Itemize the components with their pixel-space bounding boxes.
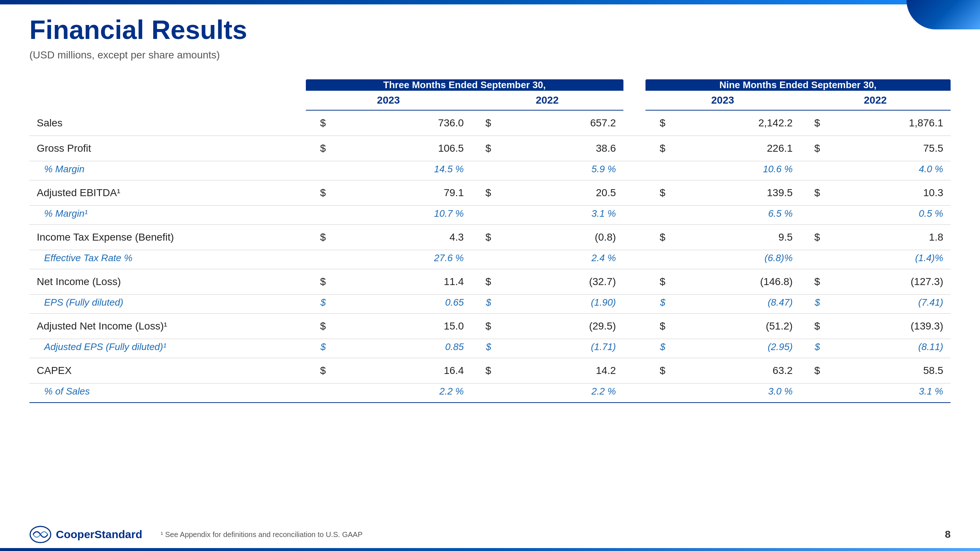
logo-area: CooperStandard bbox=[29, 525, 142, 544]
val1: 4.3 bbox=[328, 225, 471, 250]
dollar4: $ bbox=[800, 110, 822, 136]
sub-row: EPS (Fully diluted) $ 0.65 $ (1.90) $ (8… bbox=[29, 295, 951, 314]
sub-section-gap bbox=[624, 295, 646, 314]
sub-dollar2 bbox=[471, 384, 493, 403]
sub-dollar3 bbox=[646, 206, 667, 225]
sub-val2: (1.71) bbox=[493, 339, 623, 358]
dollar3: $ bbox=[646, 269, 667, 295]
val4: (127.3) bbox=[822, 269, 951, 295]
val4: 58.5 bbox=[822, 358, 951, 384]
val2: 657.2 bbox=[493, 110, 623, 136]
header-spacer bbox=[29, 79, 306, 91]
sub-val3: 3.0 % bbox=[667, 384, 800, 403]
val1: 15.0 bbox=[328, 314, 471, 339]
dollar4: $ bbox=[800, 269, 822, 295]
year-spacer bbox=[29, 91, 306, 110]
sub-dollar3: $ bbox=[646, 295, 667, 314]
sub-dollar2 bbox=[471, 250, 493, 269]
sub-dollar3 bbox=[646, 161, 667, 180]
section-gap bbox=[624, 136, 646, 161]
val3: (146.8) bbox=[667, 269, 800, 295]
dollar3: $ bbox=[646, 136, 667, 161]
val4: 1.8 bbox=[822, 225, 951, 250]
header-gap bbox=[624, 79, 646, 91]
sub-val4: 3.1 % bbox=[822, 384, 951, 403]
sub-row: Adjusted EPS (Fully diluted)¹ $ 0.85 $ (… bbox=[29, 339, 951, 358]
dollar1: $ bbox=[306, 110, 328, 136]
section-gap bbox=[624, 314, 646, 339]
dollar2: $ bbox=[471, 180, 493, 206]
sub-dollar4 bbox=[800, 250, 822, 269]
nine-months-year2: 2022 bbox=[800, 91, 951, 110]
footer-left: CooperStandard ¹ See Appendix for defini… bbox=[29, 525, 363, 544]
sub-section-gap bbox=[624, 206, 646, 225]
table-row: Net Income (Loss) $ 11.4 $ (32.7) $ (146… bbox=[29, 269, 951, 295]
sub-label: % Margin¹ bbox=[29, 206, 306, 225]
sub-dollar2: $ bbox=[471, 295, 493, 314]
sub-val1: 2.2 % bbox=[328, 384, 471, 403]
dollar3: $ bbox=[646, 110, 667, 136]
sub-dollar1 bbox=[306, 384, 328, 403]
sub-val2: 5.9 % bbox=[493, 161, 623, 180]
sub-dollar3 bbox=[646, 250, 667, 269]
bottom-accent-bar bbox=[0, 548, 980, 551]
section-gap bbox=[624, 180, 646, 206]
table-row: Adjusted EBITDA¹ $ 79.1 $ 20.5 $ 139.5 $… bbox=[29, 180, 951, 206]
row-label: Adjusted EBITDA¹ bbox=[29, 180, 306, 206]
sub-val4: (1.4)% bbox=[822, 250, 951, 269]
top-accent-bar bbox=[0, 0, 980, 5]
val3: 9.5 bbox=[667, 225, 800, 250]
row-label: Adjusted Net Income (Loss)¹ bbox=[29, 314, 306, 339]
dollar3: $ bbox=[646, 358, 667, 384]
table-row: Income Tax Expense (Benefit) $ 4.3 $ (0.… bbox=[29, 225, 951, 250]
sub-section-gap bbox=[624, 339, 646, 358]
sub-val1: 14.5 % bbox=[328, 161, 471, 180]
dollar2: $ bbox=[471, 358, 493, 384]
val1: 16.4 bbox=[328, 358, 471, 384]
table-row: Gross Profit $ 106.5 $ 38.6 $ 226.1 $ 75… bbox=[29, 136, 951, 161]
sub-val2: 2.2 % bbox=[493, 384, 623, 403]
val2: 20.5 bbox=[493, 180, 623, 206]
header-group-row: Three Months Ended September 30, Nine Mo… bbox=[29, 79, 951, 91]
dollar4: $ bbox=[800, 225, 822, 250]
val3: 226.1 bbox=[667, 136, 800, 161]
val4: 10.3 bbox=[822, 180, 951, 206]
val1: 106.5 bbox=[328, 136, 471, 161]
sub-dollar1 bbox=[306, 250, 328, 269]
sub-section-gap bbox=[624, 384, 646, 403]
dollar4: $ bbox=[800, 136, 822, 161]
dollar3: $ bbox=[646, 314, 667, 339]
sub-val4: 0.5 % bbox=[822, 206, 951, 225]
sub-val2: 2.4 % bbox=[493, 250, 623, 269]
logo-text: CooperStandard bbox=[56, 528, 142, 541]
sub-val1: 27.6 % bbox=[328, 250, 471, 269]
dollar1: $ bbox=[306, 358, 328, 384]
sub-section-gap bbox=[624, 161, 646, 180]
sub-dollar2 bbox=[471, 206, 493, 225]
val1: 11.4 bbox=[328, 269, 471, 295]
sub-dollar4 bbox=[800, 161, 822, 180]
sub-row: % of Sales 2.2 % 2.2 % 3.0 % 3.1 % bbox=[29, 384, 951, 403]
sub-section-gap bbox=[624, 250, 646, 269]
val3: 2,142.2 bbox=[667, 110, 800, 136]
dollar2: $ bbox=[471, 110, 493, 136]
nine-months-header: Nine Months Ended September 30, bbox=[646, 79, 951, 91]
sub-dollar3 bbox=[646, 384, 667, 403]
sub-dollar2: $ bbox=[471, 339, 493, 358]
sub-dollar1: $ bbox=[306, 339, 328, 358]
sub-label: EPS (Fully diluted) bbox=[29, 295, 306, 314]
main-content: Financial Results (USD millions, except … bbox=[29, 15, 951, 522]
sub-row: % Margin¹ 10.7 % 3.1 % 6.5 % 0.5 % bbox=[29, 206, 951, 225]
year-gap bbox=[624, 91, 646, 110]
row-label: Sales bbox=[29, 110, 306, 136]
dollar4: $ bbox=[800, 180, 822, 206]
dollar1: $ bbox=[306, 136, 328, 161]
sub-val3: (2.95) bbox=[667, 339, 800, 358]
section-gap bbox=[624, 110, 646, 136]
sub-val3: 10.6 % bbox=[667, 161, 800, 180]
sub-row: % Margin 14.5 % 5.9 % 10.6 % 4.0 % bbox=[29, 161, 951, 180]
val2: (0.8) bbox=[493, 225, 623, 250]
sub-dollar4: $ bbox=[800, 339, 822, 358]
dollar2: $ bbox=[471, 314, 493, 339]
three-months-year2: 2022 bbox=[471, 91, 624, 110]
